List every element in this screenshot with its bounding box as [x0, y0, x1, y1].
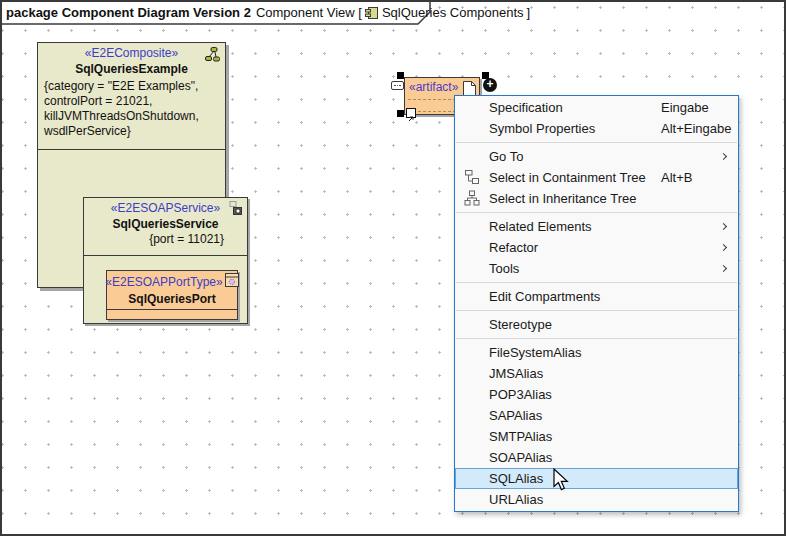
- composite-property-line: wsdlPerService}: [44, 124, 219, 139]
- menu-item-label: Tools: [489, 261, 519, 276]
- heading-close-bracket: ]: [527, 5, 531, 20]
- service-name: SqlQueriesService: [89, 216, 242, 232]
- port-header: «E2ESOAPPortType» SqlQueriesPort: [107, 271, 237, 310]
- menu-item-label: URLAlias: [489, 492, 543, 507]
- port-name: SqlQueriesPort: [110, 291, 234, 307]
- menu-item-sqlalias[interactable]: SQLAlias: [455, 468, 738, 489]
- menu-item-tools[interactable]: Tools: [455, 258, 738, 279]
- menu-item-label: Edit Compartments: [489, 289, 600, 304]
- diagram-view-label: Component View [: [256, 5, 362, 20]
- composite-header: «E2EComposite» SqlQueriesExample {catego…: [38, 43, 225, 150]
- menu-item-related-elements[interactable]: Related Elements: [455, 216, 738, 237]
- port-stereotype: «E2ESOAPPortType»: [105, 275, 222, 290]
- composite-property-line: {category = "E2E Examples",: [44, 79, 219, 94]
- menu-item-edit-compartments[interactable]: Edit Compartments: [455, 286, 738, 307]
- component-sqlqueriesservice[interactable]: «E2ESOAPService» SqlQueriesService {port…: [83, 197, 248, 324]
- menu-item-label: Select in Containment Tree: [489, 170, 646, 185]
- containment-tree-icon: [464, 169, 480, 185]
- context-menu: SpecificationEingabeSymbol PropertiesAlt…: [454, 95, 739, 512]
- artifact-stereotype: «artifact»: [409, 80, 462, 95]
- composite-stereotype: «E2EComposite»: [44, 46, 219, 61]
- menu-item-sapalias[interactable]: SAPAlias: [455, 405, 738, 426]
- menu-item-label: SAPAlias: [489, 408, 542, 423]
- menu-item-select-in-inheritance-tree[interactable]: Select in Inheritance Tree: [455, 188, 738, 209]
- menu-separator: [456, 310, 737, 311]
- menu-item-symbol-properties[interactable]: Symbol PropertiesAlt+Eingabe: [455, 118, 738, 139]
- menu-item-select-in-containment-tree[interactable]: Select in Containment TreeAlt+B: [455, 167, 738, 188]
- menu-item-label: SQLAlias: [489, 471, 543, 486]
- component-sqlqueriesexample[interactable]: «E2EComposite» SqlQueriesExample {catego…: [37, 42, 226, 288]
- menu-item-label: Go To: [489, 149, 523, 164]
- menu-item-shortcut: Alt+B: [661, 167, 692, 188]
- menu-item-pop3alias[interactable]: POP3Alias: [455, 384, 738, 405]
- diagram-canvas[interactable]: package Component Diagram Version 2 Comp…: [0, 0, 786, 536]
- menu-item-urlalias[interactable]: URLAlias: [455, 489, 738, 510]
- diagram-kind-label: package Component Diagram Version 2: [6, 5, 251, 20]
- menu-item-refactor[interactable]: Refactor: [455, 237, 738, 258]
- menu-item-label: Stereotype: [489, 317, 552, 332]
- mouse-cursor: [553, 468, 571, 498]
- submenu-arrow-icon: [720, 264, 727, 271]
- menu-item-shortcut: Eingabe: [661, 97, 709, 118]
- menu-item-jmsalias[interactable]: JMSAlias: [455, 363, 738, 384]
- menu-item-stereotype[interactable]: Stereotype: [455, 314, 738, 335]
- menu-item-filesystemalias[interactable]: FileSystemAlias: [455, 342, 738, 363]
- menu-item-label: SOAPAlias: [489, 450, 552, 465]
- inheritance-tree-icon: [464, 190, 480, 206]
- menu-item-label: Refactor: [489, 240, 538, 255]
- composite-stereotype-icon: [203, 46, 221, 67]
- compartments-button[interactable]: [391, 81, 404, 90]
- diagram-frame-heading: package Component Diagram Version 2 Comp…: [1, 1, 433, 25]
- service-stereotype-icon: [229, 201, 243, 220]
- service-properties: {port = 11021}: [89, 232, 242, 247]
- menu-separator: [456, 338, 737, 339]
- resize-manipulator-icon[interactable]: [406, 108, 416, 118]
- composite-property-line: killJVMThreadsOnShutdown,: [44, 109, 219, 124]
- menu-item-go-to[interactable]: Go To: [455, 146, 738, 167]
- submenu-arrow-icon: [720, 152, 727, 159]
- menu-item-smtpalias[interactable]: SMTPAlias: [455, 426, 738, 447]
- port-stereotype-icon: [225, 273, 239, 291]
- menu-item-soapalias[interactable]: SOAPAlias: [455, 447, 738, 468]
- menu-item-label: SMTPAlias: [489, 429, 552, 444]
- menu-separator: [456, 212, 737, 213]
- service-header: «E2ESOAPService» SqlQueriesService {port…: [84, 198, 247, 256]
- selection-handle-top-left[interactable]: [397, 72, 404, 79]
- menu-separator: [456, 142, 737, 143]
- menu-item-label: Specification: [489, 100, 563, 115]
- menu-item-label: Symbol Properties: [489, 121, 595, 136]
- menu-separator: [456, 282, 737, 283]
- menu-item-label: JMSAlias: [489, 366, 543, 381]
- composite-property-line: controlPort = 21021,: [44, 94, 219, 109]
- composite-name: SqlQueriesExample: [44, 61, 219, 77]
- menu-item-label: Select in Inheritance Tree: [489, 191, 636, 206]
- menu-item-label: Related Elements: [489, 219, 592, 234]
- component-icon: [364, 6, 379, 20]
- selection-handle-bottom-left[interactable]: [397, 110, 404, 117]
- menu-item-specification[interactable]: SpecificationEingabe: [455, 97, 738, 118]
- submenu-arrow-icon: [720, 222, 727, 229]
- menu-item-shortcut: Alt+Eingabe: [661, 118, 731, 139]
- submenu-arrow-icon: [720, 243, 727, 250]
- menu-item-label: POP3Alias: [489, 387, 552, 402]
- component-sqlqueriesport[interactable]: «E2ESOAPPortType» SqlQueriesPort: [106, 270, 238, 320]
- smart-manipulator-add-button[interactable]: +: [483, 78, 497, 92]
- diagram-name-label: SqlQueries Components: [382, 5, 524, 20]
- service-stereotype: «E2ESOAPService»: [89, 201, 242, 216]
- menu-item-label: FileSystemAlias: [489, 345, 581, 360]
